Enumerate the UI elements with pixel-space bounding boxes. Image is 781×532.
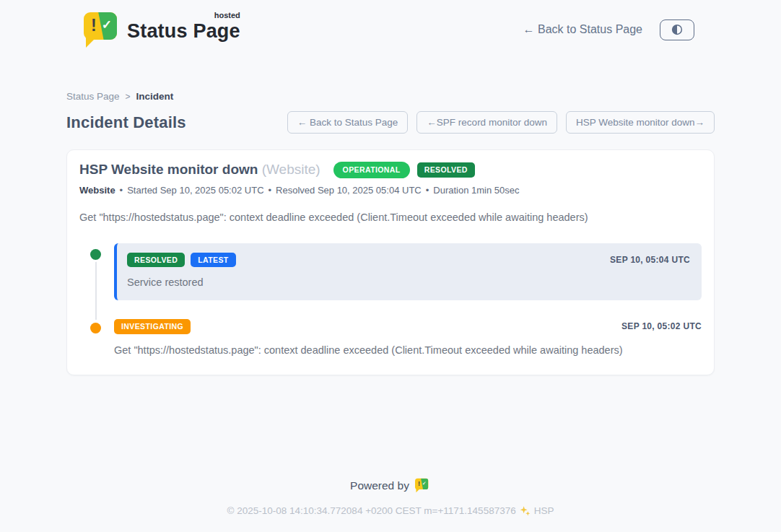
resolved-badge: RESOLVED (417, 162, 475, 178)
incident-service: Website (79, 185, 115, 196)
exclamation-icon: ! (91, 17, 97, 34)
sparkles-icon (520, 505, 531, 516)
incident-title: HSP Website monitor down (Website) (79, 162, 320, 178)
logo-text: hosted Status Page (127, 11, 240, 43)
powered-by: Powered by ! ✓ (0, 478, 781, 494)
resolved-status-badge: RESOLVED (127, 253, 185, 268)
status-page-app: ! ✓ hosted Status Page ← Back to Status … (0, 0, 781, 532)
logo-hosted-label: hosted (214, 11, 240, 19)
back-to-status-page-link[interactable]: ← Back to Status Page (523, 23, 642, 36)
header: ! ✓ hosted Status Page ← Back to Status … (0, 0, 781, 56)
copyright: © 2025-10-08 14:10:34.772084 +0200 CEST … (0, 505, 781, 516)
logo-bubble: ! ✓ (84, 12, 117, 40)
meta-separator: • (120, 185, 123, 196)
timeline-highlight-box: RESOLVED LATEST SEP 10, 05:04 UTC Servic… (114, 243, 702, 301)
logo[interactable]: ! ✓ hosted Status Page (84, 11, 240, 48)
logo-bubble-tail (86, 37, 97, 48)
timeline-entry-resolved: RESOLVED LATEST SEP 10, 05:04 UTC Servic… (79, 243, 702, 301)
logo-bubble-green (84, 12, 117, 40)
breadcrumb: Status Page > Incident (66, 91, 715, 102)
incident-title-row: HSP Website monitor down (Website) OPERA… (79, 162, 702, 178)
incident-title-text: HSP Website monitor down (79, 162, 258, 177)
prev-incident-button[interactable]: ←SPF record monitor down (416, 111, 557, 134)
latest-badge: LATEST (191, 253, 235, 268)
meta-separator: • (269, 185, 272, 196)
incident-description: Get "https://hostedstatus.page": context… (79, 212, 702, 223)
incident-duration: Duration 1min 50sec (433, 185, 519, 196)
timeline-entry-header: INVESTIGATING SEP 10, 05:02 UTC (114, 319, 702, 334)
incident-card: HSP Website monitor down (Website) OPERA… (66, 149, 715, 375)
title-row: Incident Details ← Back to Status Page ←… (66, 111, 715, 134)
timeline-timestamp: SEP 10, 05:04 UTC (610, 255, 690, 265)
checkmark-icon: ✓ (102, 19, 112, 31)
operational-badge: OPERATIONAL (333, 162, 410, 178)
timeline-dot-green (90, 249, 101, 260)
meta-separator: • (426, 185, 429, 196)
timeline-dot-orange (90, 323, 101, 333)
status-page-mini-logo-icon[interactable]: ! ✓ (415, 478, 431, 494)
status-page-logo-icon: ! ✓ (84, 11, 117, 48)
theme-toggle-button[interactable] (660, 19, 694, 40)
incident-started: Started Sep 10, 2025 05:02 UTC (127, 185, 263, 196)
main-content: Status Page > Incident Incident Details … (66, 56, 715, 375)
incident-nav-buttons: ← Back to Status Page ←SPF record monito… (287, 111, 715, 134)
back-to-status-page-button[interactable]: ← Back to Status Page (287, 111, 409, 134)
incident-timeline: RESOLVED LATEST SEP 10, 05:04 UTC Servic… (79, 243, 702, 356)
next-incident-button[interactable]: HSP Website monitor down→ (566, 111, 715, 134)
breadcrumb-incident: Incident (136, 91, 174, 102)
footer: Powered by ! ✓ © 2025-10-08 14:10:34.772… (0, 478, 781, 532)
investigating-status-badge: INVESTIGATING (114, 319, 191, 334)
timeline-timestamp: SEP 10, 05:02 UTC (621, 321, 702, 331)
incident-meta: Website • Started Sep 10, 2025 05:02 UTC… (79, 185, 702, 196)
header-right: ← Back to Status Page (523, 19, 694, 40)
logo-brand-label: Status Page (127, 20, 240, 42)
page-title: Incident Details (66, 113, 186, 132)
copyright-text: © 2025-10-08 14:10:34.772084 +0200 CEST … (227, 505, 516, 516)
timeline-entry-investigating: INVESTIGATING SEP 10, 05:02 UTC Get "htt… (79, 319, 702, 356)
timeline-entry-header: RESOLVED LATEST SEP 10, 05:04 UTC (127, 253, 690, 268)
breadcrumb-separator: > (126, 92, 131, 102)
timeline-message: Service restored (127, 276, 690, 288)
incident-scope: (Website) (262, 162, 320, 177)
incident-resolved: Resolved Sep 10, 2025 05:04 UTC (276, 185, 422, 196)
timeline-plain-box: INVESTIGATING SEP 10, 05:02 UTC Get "htt… (114, 319, 702, 356)
copyright-suffix: HSP (534, 505, 554, 516)
circle-half-icon (671, 23, 684, 36)
breadcrumb-status-page[interactable]: Status Page (66, 91, 120, 102)
timeline-message: Get "https://hostedstatus.page": context… (114, 344, 702, 356)
powered-by-text: Powered by (350, 479, 409, 492)
